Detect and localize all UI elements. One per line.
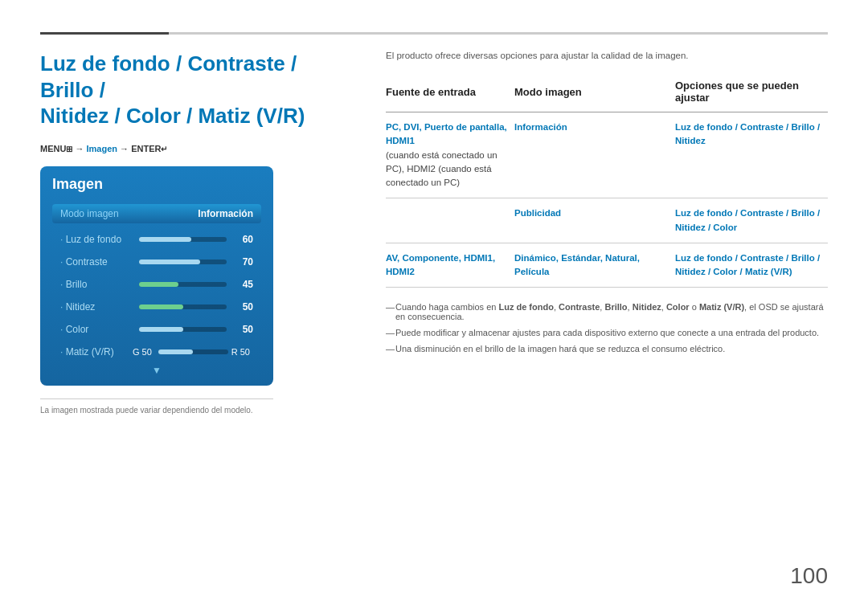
osd-slider-color[interactable] [139, 327, 227, 332]
osd-label-contraste: Contraste [60, 256, 133, 268]
osd-title: Imagen [52, 176, 261, 196]
table-header-row: Fuente de entrada Modo imagen Opciones q… [386, 75, 828, 112]
col-header-options: Opciones que se puedenajustar [675, 75, 828, 112]
mode-cell-2: Publicidad [514, 198, 675, 243]
right-column: El producto ofrece diversas opciones par… [370, 51, 828, 581]
osd-value-contraste: 70 [233, 256, 253, 268]
mode-text-1: Información [514, 122, 567, 132]
bottom-note-text: La imagen mostrada puede variar dependie… [40, 406, 253, 415]
arrow1: → [75, 144, 86, 153]
imagen-link: Imagen [87, 144, 118, 153]
page-number: 100 [790, 563, 828, 589]
osd-mode-label: Modo imagen [60, 208, 119, 219]
osd-item-brillo[interactable]: Brillo 45 [52, 275, 261, 294]
osd-value-nitidez: 50 [233, 301, 253, 313]
page-title: Luz de fondo / Contraste / Brillo / Niti… [40, 51, 346, 129]
source-note-1: (cuando está conectado un PC), HDMI2 (cu… [386, 150, 497, 188]
table-row: Publicidad Luz de fondo / Contraste / Br… [386, 198, 828, 243]
title-main: Luz de fondo / Contraste / Brillo / [40, 51, 297, 102]
col-header-source: Fuente de entrada [386, 75, 514, 112]
right-note-2: Puede modificar y almacenar ajustes para… [386, 328, 828, 337]
osd-label-brillo: Brillo [60, 279, 133, 290]
osd-mode-row: Modo imagen Información [52, 204, 261, 223]
osd-mode-value: Información [198, 208, 253, 219]
enter-text: ENTER [131, 144, 161, 153]
right-note-3: Una disminución en el brillo de la image… [386, 344, 828, 353]
table-row: PC, DVI, Puerto de pantalla, HDMI1 (cuan… [386, 112, 828, 198]
osd-value-luz: 60 [233, 234, 253, 245]
mode-text-2: Publicidad [514, 208, 561, 218]
osd-label-nitidez: Nitidez [60, 301, 133, 313]
source-cell-3: AV, Componente, HDMI1, HDMI2 [386, 243, 514, 288]
table-row: AV, Componente, HDMI1, HDMI2 Dinámico, E… [386, 243, 828, 288]
source-text-3: AV, Componente, HDMI1, HDMI2 [386, 253, 495, 276]
source-cell-2 [386, 198, 514, 243]
page-container: Luz de fondo / Contraste / Brillo / Niti… [0, 0, 868, 613]
left-column: Luz de fondo / Contraste / Brillo / Niti… [40, 51, 346, 581]
top-lines [40, 32, 828, 35]
osd-slider-matiz-g[interactable] [158, 349, 228, 354]
osd-label-color: Color [60, 324, 133, 335]
options-text-1: Luz de fondo / Contraste / Brillo / Niti… [675, 122, 820, 145]
osd-label-luz: Luz de fondo [60, 234, 133, 245]
osd-label-matiz: Matiz (V/R) [60, 346, 133, 358]
osd-slider-contraste[interactable] [139, 260, 227, 264]
osd-slider-luz[interactable] [139, 237, 227, 242]
osd-panel: Imagen Modo imagen Información Luz de fo… [40, 166, 273, 386]
mode-cell-1: Información [514, 112, 675, 198]
source-cell-1: PC, DVI, Puerto de pantalla, HDMI1 (cuan… [386, 112, 514, 198]
options-cell-3: Luz de fondo / Contraste / Brillo / Niti… [675, 243, 828, 288]
osd-fill-luz [139, 237, 191, 242]
mode-text-3: Dinámico, Estándar, Natural, Película [514, 253, 640, 276]
options-text-3: Luz de fondo / Contraste / Brillo / Niti… [675, 253, 820, 276]
info-table: Fuente de entrada Modo imagen Opciones q… [386, 75, 828, 288]
osd-value-color: 50 [233, 324, 253, 335]
osd-item-contraste[interactable]: Contraste 70 [52, 252, 261, 272]
osd-matiz-r-label: R 50 [231, 347, 250, 357]
osd-slider-nitidez[interactable] [139, 304, 227, 309]
mode-cell-3: Dinámico, Estándar, Natural, Película [514, 243, 675, 288]
osd-fill-contraste [139, 260, 200, 264]
osd-slider-brillo[interactable] [139, 282, 227, 287]
osd-value-brillo: 45 [233, 279, 253, 290]
top-line-dark [40, 32, 169, 35]
right-note-1: Cuando haga cambios en Luz de fondo, Con… [386, 302, 828, 321]
osd-matiz-g-label: G 50 [133, 347, 152, 357]
osd-item-color[interactable]: Color 50 [52, 320, 261, 339]
arrow2: → [120, 144, 131, 153]
col-header-mode: Modo imagen [514, 75, 675, 112]
top-line-light [169, 32, 828, 35]
menu-text: MENU [40, 144, 66, 153]
osd-fill-color [139, 327, 183, 332]
osd-scroll-arrow: ▼ [52, 365, 261, 376]
osd-item-matiz[interactable]: Matiz (V/R) G 50 R 50 [52, 342, 261, 362]
osd-fill-nitidez [139, 304, 183, 309]
osd-fill-brillo [139, 282, 178, 287]
options-cell-1: Luz de fondo / Contraste / Brillo / Niti… [675, 112, 828, 198]
bottom-note: La imagen mostrada puede variar dependie… [40, 398, 273, 415]
source-text-1a: PC, DVI, Puerto de pantalla, HDMI1 [386, 122, 507, 145]
options-text-2: Luz de fondo / Contraste / Brillo / Niti… [675, 208, 820, 231]
menu-path: MENU⊞ → Imagen → ENTER↵ [40, 144, 346, 153]
osd-item-nitidez[interactable]: Nitidez 50 [52, 297, 261, 317]
right-intro: El producto ofrece diversas opciones par… [386, 51, 828, 60]
options-cell-2: Luz de fondo / Contraste / Brillo / Niti… [675, 198, 828, 243]
title-sub: Nitidez / Color / Matiz (V/R) [40, 104, 305, 128]
osd-item-luz-de-fondo[interactable]: Luz de fondo 60 [52, 230, 261, 249]
main-content: Luz de fondo / Contraste / Brillo / Niti… [40, 51, 828, 581]
osd-fill-matiz-g [158, 349, 193, 354]
right-notes: Cuando haga cambios en Luz de fondo, Con… [386, 302, 828, 353]
